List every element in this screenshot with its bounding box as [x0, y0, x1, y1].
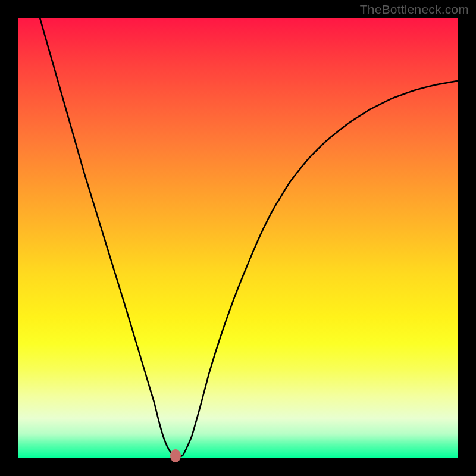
chart-gradient-area — [18, 18, 458, 458]
watermark-label: TheBottleneck.com — [360, 2, 469, 17]
